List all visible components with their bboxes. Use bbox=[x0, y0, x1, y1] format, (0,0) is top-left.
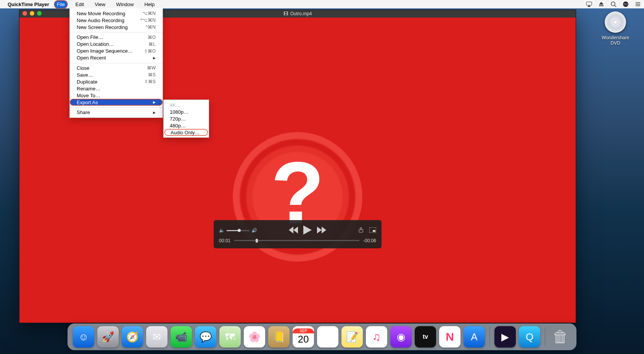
remaining-time: -00:06 bbox=[363, 238, 376, 243]
dock-uniconverter[interactable]: ▶ bbox=[494, 326, 516, 348]
menu-share[interactable]: Share▶ bbox=[70, 107, 163, 116]
pip-icon[interactable] bbox=[369, 227, 376, 234]
menu-open-file[interactable]: Open File…⌘O bbox=[70, 32, 163, 41]
volume-max-icon[interactable]: 🔊 bbox=[251, 228, 257, 233]
menu-open-location[interactable]: Open Location…⌘L bbox=[70, 41, 163, 48]
dock-news[interactable]: N bbox=[439, 326, 460, 348]
file-icon: 🎞 bbox=[283, 11, 288, 16]
dock: ☺🚀🧭✉︎📹💬🗺🌸📒SEP20≔📝♫◉tvNA▶Q🗑 bbox=[68, 323, 576, 350]
dock-podcasts[interactable]: ◉ bbox=[390, 326, 412, 348]
dock-trash[interactable]: 🗑 bbox=[550, 326, 571, 348]
menu-new-movie[interactable]: New Movie Recording⌥⌘N bbox=[70, 10, 163, 17]
export-submenu: 4K… 1080p… 720p… 480p… Audio Only… bbox=[163, 100, 209, 138]
dock-safari[interactable]: 🧭 bbox=[122, 326, 143, 348]
export-720p[interactable]: 720p… bbox=[164, 115, 209, 122]
export-audio-only[interactable]: Audio Only… bbox=[164, 129, 208, 136]
menu-new-audio[interactable]: New Audio Recording^⌥⌘N bbox=[70, 17, 163, 24]
list-icon[interactable] bbox=[635, 1, 641, 7]
dock-finder[interactable]: ☺ bbox=[73, 326, 94, 348]
svg-point-4 bbox=[611, 2, 615, 6]
close-button[interactable] bbox=[23, 11, 27, 16]
dock-maps[interactable]: 🗺 bbox=[219, 326, 241, 348]
disc-icon bbox=[605, 11, 626, 33]
menu-save[interactable]: Save…⌘S bbox=[70, 71, 163, 78]
desktop-dvd-icon[interactable]: Wondershare DVD bbox=[598, 11, 633, 46]
menu-window[interactable]: Window bbox=[114, 1, 136, 8]
volume-mute-icon[interactable]: 🔈 bbox=[219, 228, 225, 233]
menu-open-image-seq[interactable]: Open Image Sequence…⇧⌘O bbox=[70, 48, 163, 55]
volume-slider[interactable] bbox=[227, 230, 250, 231]
play-button[interactable] bbox=[303, 225, 312, 236]
dock-notes[interactable]: 📝 bbox=[341, 326, 363, 348]
export-1080p[interactable]: 1080p… bbox=[164, 108, 209, 115]
minimize-button[interactable] bbox=[30, 11, 34, 16]
svg-marker-11 bbox=[289, 227, 293, 233]
dock-launchpad[interactable]: 🚀 bbox=[97, 326, 119, 348]
desktop-dvd-label: Wondershare DVD bbox=[598, 35, 633, 46]
menubar: QuickTime Player File Edit View Window H… bbox=[0, 0, 644, 8]
dock-reminders[interactable]: ≔ bbox=[317, 326, 338, 348]
elapsed-time: 00:01 bbox=[219, 238, 230, 243]
menu-view[interactable]: View bbox=[92, 1, 108, 8]
menu-help[interactable]: Help bbox=[142, 1, 157, 8]
svg-rect-0 bbox=[586, 2, 592, 5]
svg-line-5 bbox=[615, 5, 616, 7]
rewind-button[interactable] bbox=[289, 227, 298, 235]
svg-marker-14 bbox=[322, 227, 326, 233]
menu-new-screen[interactable]: New Screen Recording^⌘N bbox=[70, 24, 163, 31]
menu-duplicate[interactable]: Duplicate⇧⌘S bbox=[70, 78, 163, 85]
svg-rect-3 bbox=[599, 5, 604, 6]
dock-tv[interactable]: tv bbox=[415, 326, 436, 348]
menu-move-to[interactable]: Move To… bbox=[70, 92, 163, 99]
menu-rename[interactable]: Rename… bbox=[70, 85, 163, 92]
menu-open-recent[interactable]: Open Recent▶ bbox=[70, 55, 163, 61]
dock-music[interactable]: ♫ bbox=[366, 326, 387, 348]
svg-marker-12 bbox=[303, 225, 312, 235]
zoom-button[interactable] bbox=[37, 11, 42, 16]
menu-file[interactable]: File bbox=[55, 1, 67, 8]
window-title: Outro.mp4 bbox=[290, 11, 312, 16]
menu-export-as[interactable]: Export As▶ bbox=[70, 99, 163, 106]
svg-marker-2 bbox=[599, 2, 604, 5]
dock-facetime[interactable]: 📹 bbox=[171, 326, 192, 348]
siri-icon[interactable] bbox=[623, 1, 629, 7]
dock-quicktime[interactable]: Q bbox=[519, 326, 540, 348]
dock-calendar[interactable]: SEP20 bbox=[293, 326, 314, 348]
svg-rect-18 bbox=[373, 230, 375, 232]
dock-divider bbox=[489, 327, 490, 346]
file-menu-dropdown: New Movie Recording⌥⌘N New Audio Recordi… bbox=[69, 8, 163, 118]
share-icon[interactable] bbox=[358, 227, 364, 234]
progress-slider[interactable] bbox=[234, 240, 359, 241]
forward-button[interactable] bbox=[317, 227, 326, 235]
dock-divider bbox=[545, 327, 545, 346]
menu-edit[interactable]: Edit bbox=[73, 1, 86, 8]
export-480p[interactable]: 480p… bbox=[164, 122, 209, 129]
airplay-icon[interactable] bbox=[586, 1, 592, 7]
player-controls: 🔈 🔊 00:01 -00:06 bbox=[214, 220, 382, 248]
dock-messages[interactable]: 💬 bbox=[195, 326, 216, 348]
svg-marker-10 bbox=[293, 227, 298, 233]
search-icon[interactable] bbox=[610, 1, 617, 7]
svg-marker-13 bbox=[317, 227, 322, 233]
dock-mail[interactable]: ✉︎ bbox=[146, 326, 167, 348]
menu-close[interactable]: Close⌘W bbox=[70, 63, 163, 72]
eject-icon[interactable] bbox=[598, 1, 604, 7]
app-name[interactable]: QuickTime Player bbox=[8, 2, 49, 7]
dock-contacts[interactable]: 📒 bbox=[268, 326, 290, 348]
dock-appstore[interactable]: A bbox=[464, 326, 485, 348]
export-4k: 4K… bbox=[164, 101, 209, 108]
dock-photos[interactable]: 🌸 bbox=[244, 326, 265, 348]
